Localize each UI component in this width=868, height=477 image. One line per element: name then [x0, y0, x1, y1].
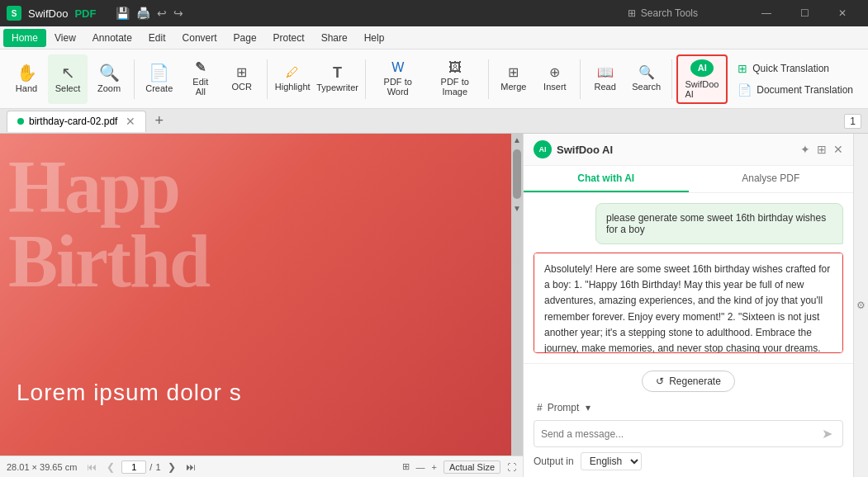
- undo-icon[interactable]: ↩: [157, 7, 167, 20]
- quick-translation-button[interactable]: ⊞ Quick Translation: [729, 59, 861, 78]
- tab-indicator: [17, 118, 24, 125]
- menu-annotate[interactable]: Annotate: [84, 29, 140, 47]
- menu-bar: Home View Annotate Edit Convert Page Pro…: [0, 26, 868, 50]
- menu-edit[interactable]: Edit: [140, 29, 174, 47]
- tab-bar: birthday-card-02.pdf ✕ + 1: [0, 109, 868, 134]
- tab-birthday-card[interactable]: birthday-card-02.pdf ✕: [7, 111, 146, 132]
- menu-share[interactable]: Share: [313, 29, 356, 47]
- prompt-hash-icon: #: [537, 402, 543, 413]
- zoom-tool[interactable]: 🔍 Zoom: [89, 54, 129, 104]
- user-message: please generate some sweet 16th birthday…: [595, 203, 843, 244]
- toolbar: ✋ Hand ↖ Select 🔍 Zoom 📄 Create ✎ Edit A…: [0, 50, 868, 109]
- tab-close-button[interactable]: ✕: [126, 115, 135, 128]
- save-icon[interactable]: 💾: [116, 7, 130, 20]
- status-bar-right: ⊞ — + Actual Size ⛶: [402, 460, 516, 474]
- tab-chat-with-ai[interactable]: Chat with AI: [524, 166, 689, 192]
- scroll-up-button[interactable]: ▲: [511, 134, 523, 146]
- current-page-input[interactable]: [121, 460, 146, 474]
- redo-icon[interactable]: ↪: [173, 7, 183, 20]
- zoom-label: Zoom: [97, 83, 121, 93]
- pdf-scrollbar[interactable]: ▲ ▼: [511, 134, 523, 456]
- pdftoimage-tool[interactable]: 🖼 PDF to Image: [426, 54, 483, 104]
- scroll-down-button[interactable]: ▼: [511, 202, 523, 215]
- prompt-selector[interactable]: # Prompt ▾: [534, 400, 843, 415]
- add-tab-button[interactable]: +: [149, 112, 168, 130]
- output-language-select[interactable]: English: [581, 452, 642, 470]
- right-sidebar-toggle[interactable]: ⚙: [853, 134, 868, 477]
- last-page-button[interactable]: ⏭: [183, 460, 199, 474]
- close-button[interactable]: ✕: [823, 0, 861, 26]
- read-tool[interactable]: 📖 Read: [586, 54, 625, 104]
- app-window: S SwifDoo PDF 💾 🖨️ ↩ ↪ ⊞ Search Tools — …: [0, 0, 868, 477]
- menu-protect[interactable]: Protect: [265, 29, 313, 47]
- prev-page-button[interactable]: ❮: [103, 460, 118, 474]
- ai-header-actions: ✦ ⊞ ✕: [800, 143, 843, 156]
- editall-icon: ✎: [195, 61, 206, 74]
- fullscreen-icon[interactable]: ⛶: [507, 462, 516, 472]
- typewriter-tool[interactable]: T Typewriter: [315, 54, 360, 104]
- ocr-label: OCR: [232, 82, 252, 92]
- ai-close-icon[interactable]: ✕: [833, 143, 843, 156]
- insert-icon: ⊕: [549, 66, 560, 79]
- actual-size-btn[interactable]: Actual Size: [443, 460, 500, 474]
- insert-tool[interactable]: ⊕ Insert: [535, 54, 575, 104]
- search-tools-label[interactable]: Search Tools: [641, 7, 698, 19]
- zoom-out-icon[interactable]: —: [416, 462, 425, 472]
- typewriter-icon: T: [333, 65, 342, 80]
- toolbar-sep-2: [267, 59, 268, 99]
- select-label: Select: [55, 83, 81, 93]
- minimize-button[interactable]: —: [747, 0, 785, 26]
- right-panel-buttons: ⊞ Quick Translation 📄 Document Translati…: [729, 59, 861, 100]
- read-icon: 📖: [597, 66, 614, 79]
- ai-panel-title: SwifDoo AI: [557, 144, 613, 156]
- ocr-tool[interactable]: ⊞ OCR: [222, 54, 262, 104]
- ai-settings-icon[interactable]: ⊞: [817, 143, 827, 156]
- select-tool[interactable]: ↖ Select: [48, 54, 88, 104]
- menu-help[interactable]: Help: [356, 29, 393, 47]
- menu-convert[interactable]: Convert: [174, 29, 225, 47]
- maximize-button[interactable]: ☐: [785, 0, 823, 26]
- hand-tool[interactable]: ✋ Hand: [7, 54, 46, 104]
- pdf-lorem-text: Lorem ipsum dolor s: [17, 380, 523, 406]
- print-icon[interactable]: 🖨️: [136, 7, 150, 20]
- create-label: Create: [145, 83, 173, 93]
- next-page-button[interactable]: ❯: [164, 460, 179, 474]
- highlight-label: Highlight: [275, 82, 311, 92]
- merge-tool[interactable]: ⊞ Merge: [494, 54, 534, 104]
- search-tool[interactable]: 🔍 Search: [627, 54, 666, 104]
- create-tool[interactable]: 📄 Create: [140, 54, 179, 104]
- chat-area[interactable]: please generate some sweet 16th birthday…: [524, 193, 853, 363]
- search-tool-icon: 🔍: [638, 66, 655, 79]
- message-input[interactable]: [541, 428, 813, 440]
- zoom-in-icon[interactable]: +: [432, 462, 437, 472]
- document-translation-button[interactable]: 📄 Document Translation: [729, 80, 861, 100]
- editall-tool[interactable]: ✎ Edit All: [181, 54, 221, 104]
- toolbar-sep-6: [671, 59, 672, 99]
- page-navigation: ⏮ ❮ / 1 ❯ ⏭: [83, 460, 198, 474]
- pdf-viewport[interactable]: Happ Birthd Lorem ipsum dolor s ▲ ▼: [0, 134, 523, 456]
- sidebar-toggle-icon: ⚙: [856, 300, 866, 311]
- ai-panel-header: AI SwifDoo AI ✦ ⊞ ✕: [524, 134, 853, 166]
- prompt-chevron-icon: ▾: [586, 402, 591, 413]
- menu-page[interactable]: Page: [225, 29, 265, 47]
- zoom-icon: 🔍: [99, 64, 120, 81]
- menu-view[interactable]: View: [46, 29, 84, 47]
- tab-analyse-pdf[interactable]: Analyse PDF: [689, 166, 854, 192]
- fit-page-icon[interactable]: ⊞: [402, 461, 410, 472]
- output-label: Output in: [534, 456, 574, 467]
- highlight-tool[interactable]: 🖊 Highlight: [273, 54, 313, 104]
- ai-sparkle-icon[interactable]: ✦: [800, 143, 810, 156]
- page-count-indicator: 1: [844, 114, 861, 129]
- document-dimensions: 28.01 × 39.65 cm: [7, 462, 77, 472]
- menu-home[interactable]: Home: [3, 29, 46, 47]
- regenerate-button[interactable]: ↺ Regenerate: [642, 371, 735, 392]
- scroll-thumb[interactable]: [513, 149, 521, 199]
- pdftoword-tool[interactable]: W PDF to Word: [371, 54, 425, 104]
- title-bar-left: S SwifDoo PDF 💾 🖨️ ↩ ↪: [7, 6, 183, 21]
- swifdooai-tool[interactable]: AI SwifDoo AI: [676, 54, 728, 104]
- search-tools-area: ⊞ Search Tools: [628, 7, 698, 19]
- send-button[interactable]: ➤: [818, 424, 836, 443]
- swifdooai-label: SwifDoo AI: [685, 79, 719, 99]
- first-page-button[interactable]: ⏮: [83, 460, 100, 474]
- status-bar: 28.01 × 39.65 cm ⏮ ❮ / 1 ❯ ⏭ ⊞ — + Actua…: [0, 456, 523, 477]
